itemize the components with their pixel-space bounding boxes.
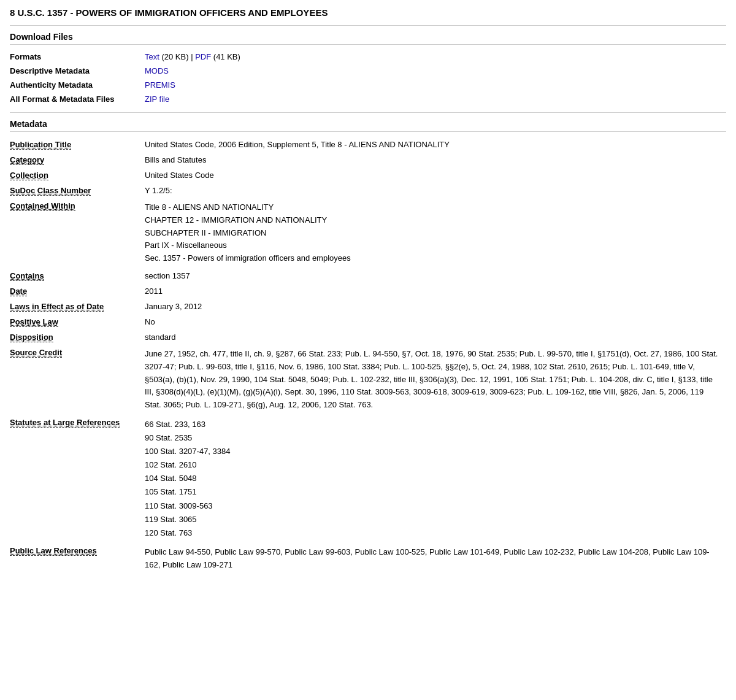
metadata-row-collection: Collection United States Code (10, 167, 726, 183)
download-row-descriptive: Descriptive Metadata MODS (10, 64, 726, 78)
metadata-row-publication-title: Publication Title United States Code, 20… (10, 137, 726, 152)
premis-link[interactable]: PREMIS (145, 80, 175, 90)
formats-value: Text (20 KB) | PDF (41 KB) (145, 50, 726, 64)
statutes-value: 66 Stat. 233, 163 90 Stat. 2535 100 Stat… (145, 415, 726, 543)
download-row-formats: Formats Text (20 KB) | PDF (41 KB) (10, 50, 726, 64)
metadata-row-date: Date 2011 (10, 283, 726, 299)
contained-within-value: Title 8 - ALIENS AND NATIONALITY CHAPTER… (145, 198, 726, 268)
category-value: Bills and Statutes (145, 152, 726, 167)
formats-label: Formats (10, 50, 145, 64)
download-row-authenticity: Authenticity Metadata PREMIS (10, 78, 726, 92)
authenticity-label: Authenticity Metadata (10, 78, 145, 92)
contains-label: Contains (10, 268, 145, 283)
metadata-row-source-credit: Source Credit June 27, 1952, ch. 477, ti… (10, 345, 726, 415)
metadata-row-contains: Contains section 1357 (10, 268, 726, 283)
zip-link[interactable]: ZIP file (145, 94, 169, 104)
source-credit-label: Source Credit (10, 345, 145, 415)
collection-value: United States Code (145, 167, 726, 183)
download-section-heading: Download Files (10, 32, 726, 45)
pdf-link[interactable]: PDF (195, 52, 211, 61)
allfiles-value: ZIP file (145, 92, 726, 106)
sudoc-label: SuDoc Class Number (10, 183, 145, 198)
pdf-size: (41 KB) (213, 52, 240, 61)
laws-effect-date-value: January 3, 2012 (145, 299, 726, 314)
date-label: Date (10, 283, 145, 299)
positive-law-value: No (145, 314, 726, 329)
download-row-allfiles: All Format & Metadata Files ZIP file (10, 92, 726, 106)
laws-effect-date-label: Laws in Effect as of Date (10, 299, 145, 314)
mods-link[interactable]: MODS (145, 66, 169, 75)
text-size: (20 KB) (161, 52, 188, 61)
descriptive-label: Descriptive Metadata (10, 64, 145, 78)
metadata-section: Metadata Publication Title United States… (10, 119, 726, 574)
category-label: Category (10, 152, 145, 167)
date-value: 2011 (145, 283, 726, 299)
authenticity-value: PREMIS (145, 78, 726, 92)
publication-title-value: United States Code, 2006 Edition, Supple… (145, 137, 726, 152)
positive-law-label: Positive Law (10, 314, 145, 329)
publication-title-label: Publication Title (10, 137, 145, 152)
metadata-table: Publication Title United States Code, 20… (10, 137, 726, 574)
allfiles-label: All Format & Metadata Files (10, 92, 145, 106)
public-law-label: Public Law References (10, 543, 145, 575)
download-table: Formats Text (20 KB) | PDF (41 KB) Descr… (10, 50, 726, 106)
sudoc-value: Y 1.2/5: (145, 183, 726, 198)
statutes-label: Statutes at Large References (10, 415, 145, 543)
disposition-label: Disposition (10, 329, 145, 345)
page-title: 8 U.S.C. 1357 - POWERS OF IMMIGRATION OF… (10, 7, 726, 18)
metadata-row-laws-effect-date: Laws in Effect as of Date January 3, 201… (10, 299, 726, 314)
metadata-row-public-law: Public Law References Public Law 94-550,… (10, 543, 726, 575)
source-credit-value: June 27, 1952, ch. 477, title II, ch. 9,… (145, 345, 726, 415)
metadata-row-statutes: Statutes at Large References 66 Stat. 23… (10, 415, 726, 543)
disposition-value: standard (145, 329, 726, 345)
metadata-row-disposition: Disposition standard (10, 329, 726, 345)
metadata-section-heading: Metadata (10, 119, 726, 132)
contained-within-label: Contained Within (10, 198, 145, 268)
metadata-row-positive-law: Positive Law No (10, 314, 726, 329)
download-section: Download Files Formats Text (20 KB) | PD… (10, 32, 726, 106)
descriptive-value: MODS (145, 64, 726, 78)
contains-value: section 1357 (145, 268, 726, 283)
public-law-value: Public Law 94-550, Public Law 99-570, Pu… (145, 543, 726, 575)
collection-label: Collection (10, 167, 145, 183)
metadata-row-category: Category Bills and Statutes (10, 152, 726, 167)
metadata-row-contained-within: Contained Within Title 8 - ALIENS AND NA… (10, 198, 726, 268)
text-link[interactable]: Text (145, 52, 159, 61)
metadata-row-sudoc: SuDoc Class Number Y 1.2/5: (10, 183, 726, 198)
